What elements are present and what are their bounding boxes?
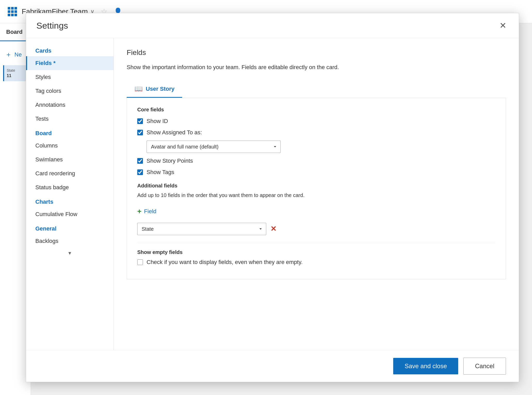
modal-header: Settings ✕ (26, 13, 519, 38)
content-description: Show the important information to your t… (127, 63, 506, 71)
additional-fields-label: Additional fields (137, 183, 495, 189)
tab-bar: 📖 User Story (127, 81, 506, 98)
show-story-points-row: Show Story Points (137, 158, 495, 164)
show-empty-row: Check if you want to display fields, eve… (137, 259, 495, 266)
modal-body: Cards Fields * Styles Tag colors Annotat… (26, 38, 519, 350)
show-tags-checkbox[interactable] (137, 169, 143, 175)
assigned-to-select[interactable]: Avatar and full name (default) Avatar on… (147, 141, 281, 153)
add-plus-icon: + (137, 207, 141, 216)
board-title: Board (6, 29, 23, 35)
show-id-row: Show ID (137, 118, 495, 125)
state-number: 11 (7, 73, 25, 78)
additional-fields-desc: Add up to 10 fields in the order that yo… (137, 191, 495, 199)
cancel-button[interactable]: Cancel (463, 358, 506, 375)
nav-item-annotations[interactable]: Annotations (26, 98, 114, 112)
modal-footer: Save and close Cancel (26, 350, 519, 382)
field-select[interactable]: State Title Priority Area Path Iteration… (137, 223, 266, 235)
delete-field-button[interactable]: ✕ (270, 225, 276, 233)
show-empty-label: Show empty fields (137, 249, 495, 255)
show-tags-row: Show Tags (137, 169, 495, 176)
nav-section-board: Board (26, 126, 114, 139)
show-tags-label: Show Tags (147, 169, 174, 176)
save-and-close-button[interactable]: Save and close (393, 358, 458, 374)
settings-nav: Cards Fields * Styles Tag colors Annotat… (26, 38, 114, 350)
nav-section-general: General (26, 221, 114, 234)
state-label: State (7, 68, 25, 72)
app-grid-icon (8, 7, 17, 16)
new-label: Ne (14, 51, 22, 58)
add-field-button[interactable]: + Field (137, 205, 156, 218)
show-empty-checkbox[interactable] (137, 259, 143, 265)
nav-item-swimlanes[interactable]: Swimlanes (26, 153, 114, 167)
nav-item-styles[interactable]: Styles (26, 70, 114, 84)
show-id-checkbox[interactable] (137, 118, 143, 124)
settings-content: Fields Show the important information to… (114, 38, 519, 350)
show-empty-desc: Check if you want to display fields, eve… (147, 259, 303, 266)
nav-item-status-badge[interactable]: Status badge (26, 180, 114, 194)
show-story-points-checkbox[interactable] (137, 158, 143, 164)
fields-box: Core fields Show ID Show Assigned To as:… (127, 98, 506, 279)
show-assigned-checkbox[interactable] (137, 130, 143, 135)
field-row: State Title Priority Area Path Iteration… (137, 223, 495, 235)
show-story-points-label: Show Story Points (147, 158, 193, 164)
nav-section-cards: Cards (26, 43, 114, 56)
nav-section-charts: Charts (26, 194, 114, 207)
book-icon: 📖 (134, 85, 143, 93)
nav-item-cumulative-flow[interactable]: Cumulative Flow (26, 207, 114, 221)
plus-icon: ＋ (5, 50, 12, 59)
nav-item-backlogs[interactable]: Backlogs (26, 234, 114, 248)
nav-item-tag-colors[interactable]: Tag colors (26, 84, 114, 98)
content-header: Fields (127, 48, 506, 57)
nav-scroll-down-icon: ▼ (26, 248, 114, 259)
nav-item-card-reordering[interactable]: Card reordering (26, 167, 114, 180)
state-card: State 11 (3, 65, 28, 81)
nav-item-fields[interactable]: Fields * (26, 56, 114, 70)
core-fields-label: Core fields (137, 107, 495, 113)
show-assigned-label: Show Assigned To as: (147, 129, 202, 136)
show-id-label: Show ID (147, 118, 168, 125)
tab-user-story-label: User Story (146, 86, 174, 92)
close-button[interactable]: ✕ (497, 20, 509, 31)
settings-modal: Settings ✕ Cards Fields * Styles Tag col… (26, 13, 519, 382)
tab-user-story[interactable]: 📖 User Story (127, 81, 182, 98)
add-field-label: Field (144, 208, 156, 215)
nav-item-tests[interactable]: Tests (26, 112, 114, 126)
show-assigned-row: Show Assigned To as: (137, 129, 495, 136)
nav-item-columns[interactable]: Columns (26, 139, 114, 153)
modal-title: Settings (36, 21, 68, 31)
show-empty-section: Show empty fields Check if you want to d… (137, 243, 495, 266)
assigned-dropdown-row: Avatar and full name (default) Avatar on… (147, 141, 495, 153)
